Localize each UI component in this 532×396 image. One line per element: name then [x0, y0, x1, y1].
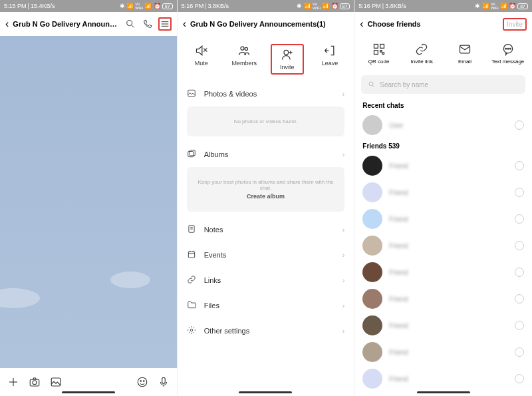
svg-rect-37 — [460, 45, 469, 53]
svg-point-10 — [138, 377, 147, 387]
svg-rect-23 — [190, 150, 195, 156]
friend-name: Friend — [389, 216, 508, 223]
svg-point-42 — [369, 82, 373, 86]
albums-row[interactable]: Albums› — [187, 142, 345, 167]
svg-point-39 — [505, 48, 506, 49]
leave-button[interactable]: Leave — [313, 44, 346, 75]
other-settings-row[interactable]: Other settings› — [187, 318, 345, 343]
email-button[interactable]: Email — [447, 43, 483, 65]
plus-icon[interactable] — [7, 375, 20, 389]
back-icon[interactable]: ‹ — [360, 18, 363, 30]
svg-point-40 — [507, 48, 509, 49]
text-message-button[interactable]: Text message — [490, 43, 526, 65]
avatar — [362, 209, 382, 229]
svg-point-12 — [143, 381, 144, 382]
avatar — [362, 236, 382, 256]
avatar — [362, 262, 382, 282]
status-bar: 5:16 PM | 3.8KB/s ✱ 📶VoWiFi 📶 ⏰ 87 — [178, 0, 354, 12]
invite-submit-button[interactable]: Invite — [503, 18, 527, 31]
svg-rect-27 — [188, 252, 194, 258]
call-icon[interactable] — [141, 17, 154, 31]
select-radio[interactable] — [515, 268, 524, 277]
photos-row[interactable]: Photos & videos› — [187, 81, 345, 106]
svg-point-17 — [245, 47, 248, 50]
friend-row[interactable]: User — [354, 112, 532, 138]
avatar — [362, 369, 382, 389]
svg-point-8 — [33, 381, 37, 385]
friend-row[interactable]: Friend — [354, 365, 532, 392]
screen-choose-friends: 5:16 PM | 3.8KB/s ✱ 📶VoWiFi 📶 ⏰ 87 ‹ Cho… — [354, 0, 532, 396]
mic-icon[interactable] — [157, 375, 170, 389]
friend-row[interactable]: Friend — [354, 259, 532, 286]
avatar — [362, 315, 382, 335]
gallery-icon[interactable] — [49, 375, 63, 389]
svg-point-31 — [190, 329, 193, 331]
status-bar: 5:15 PM | 15.4KB/s ✱ 📶VoWiFi 📶 ⏰ 87 — [0, 0, 177, 12]
select-radio[interactable] — [515, 161, 524, 170]
friend-name: Friend — [389, 375, 508, 383]
home-indicator — [417, 391, 470, 393]
back-icon[interactable]: ‹ — [5, 18, 9, 30]
settings-list: Photos & videos› No photos or videos fou… — [178, 81, 354, 396]
qr-code-button[interactable]: QR code — [361, 43, 397, 65]
choose-header: ‹ Choose friends Invite — [354, 12, 532, 36]
svg-rect-36 — [382, 53, 384, 55]
select-radio[interactable] — [515, 347, 524, 357]
svg-point-41 — [509, 48, 511, 49]
search-input[interactable]: Search by name — [361, 75, 525, 94]
invite-button[interactable]: Invite — [271, 44, 304, 75]
friends-scroll[interactable]: Recent chats User Friends 539 FriendFrie… — [354, 98, 532, 396]
menu-icon[interactable] — [158, 17, 172, 31]
friend-row[interactable]: Friend — [354, 232, 532, 259]
files-row[interactable]: Files› — [187, 293, 345, 318]
events-row[interactable]: Events› — [187, 242, 345, 268]
back-icon[interactable]: ‹ — [183, 18, 186, 30]
recent-chats-header: Recent chats — [354, 98, 532, 112]
select-radio[interactable] — [515, 241, 524, 250]
friend-row[interactable]: Friend — [354, 339, 532, 365]
svg-rect-33 — [380, 45, 384, 49]
home-indicator — [62, 391, 115, 393]
svg-rect-22 — [188, 152, 193, 157]
select-radio[interactable] — [515, 321, 524, 330]
mute-button[interactable]: Mute — [185, 44, 218, 75]
friend-row[interactable]: Friend — [354, 312, 532, 339]
avatar — [362, 289, 382, 309]
links-row[interactable]: Links› — [187, 268, 345, 293]
svg-rect-32 — [374, 45, 378, 49]
friend-row[interactable]: Friend — [354, 206, 532, 232]
friend-row[interactable]: Friend — [354, 152, 532, 179]
select-radio[interactable] — [515, 374, 524, 383]
svg-rect-21 — [188, 90, 195, 96]
invite-link-button[interactable]: Invite link — [404, 43, 440, 65]
members-button[interactable]: Members — [227, 44, 261, 75]
friend-name: Friend — [389, 269, 508, 276]
friend-row[interactable]: Friend — [354, 286, 532, 312]
avatar — [362, 182, 382, 202]
friend-name: Friend — [389, 296, 508, 303]
svg-rect-35 — [380, 51, 382, 53]
friend-row[interactable]: Friend — [354, 179, 532, 206]
select-radio[interactable] — [515, 294, 524, 303]
friend-name: User — [389, 122, 508, 129]
friend-name: Friend — [389, 349, 508, 356]
settings-header: ‹ Grub N Go Delivery Announcements(1) — [178, 12, 354, 36]
svg-line-43 — [373, 86, 375, 88]
share-actions: QR code Invite link Email Text message — [354, 36, 532, 71]
svg-line-1 — [132, 25, 134, 27]
photos-empty: No photos or videos found. — [187, 106, 345, 136]
select-radio[interactable] — [515, 120, 524, 130]
select-radio[interactable] — [515, 214, 524, 224]
screen-chat: 5:15 PM | 15.4KB/s ✱ 📶VoWiFi 📶 ⏰ 87 ‹ Gr… — [0, 0, 178, 396]
chat-background — [0, 36, 177, 368]
svg-point-18 — [284, 50, 289, 55]
notes-row[interactable]: Notes› — [187, 217, 345, 242]
camera-icon[interactable] — [28, 375, 41, 389]
search-icon[interactable] — [124, 17, 137, 31]
svg-rect-13 — [162, 377, 165, 383]
select-radio[interactable] — [515, 188, 524, 197]
albums-empty[interactable]: Keep your best photos in albums and shar… — [187, 167, 345, 212]
friend-name: Friend — [389, 242, 508, 250]
chat-header: ‹ Grub N Go Delivery Announce… (1) — [0, 12, 177, 36]
emoji-icon[interactable] — [136, 375, 149, 389]
